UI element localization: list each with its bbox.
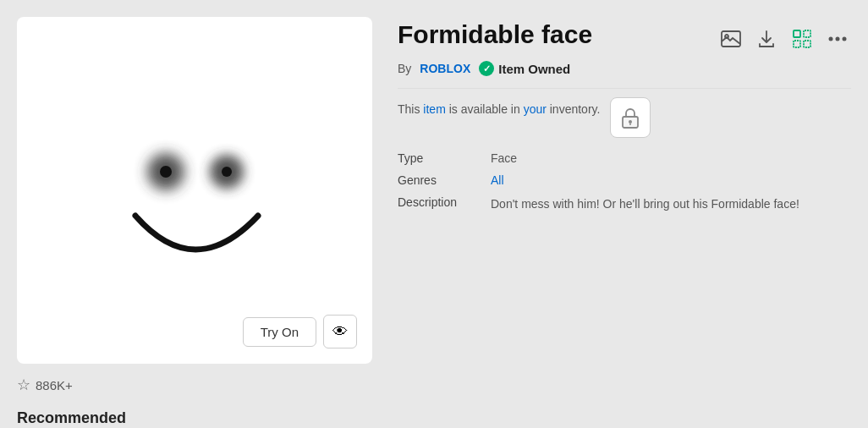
star-count: 886K+ [36,378,73,392]
more-icon-button[interactable] [824,25,851,52]
image-icon-button[interactable] [717,25,744,52]
creator-link[interactable]: ROBLOX [420,62,470,75]
svg-point-14 [629,120,632,123]
genres-value[interactable]: All [491,173,851,187]
download-icon [758,30,775,48]
svg-point-12 [843,37,847,41]
eye-icon: 👁 [332,323,348,341]
divider [398,88,851,89]
item-title: Formidable face [398,20,592,48]
customize-icon-button[interactable] [788,25,816,52]
item-header: Formidable face [398,20,851,52]
recommended-label: Recommended [17,409,372,427]
svg-rect-6 [794,30,800,37]
genres-label: Genres [398,173,491,187]
description-label: Description [398,195,491,213]
svg-point-11 [836,37,840,41]
try-on-button[interactable]: Try On [243,317,316,347]
customize-icon [793,30,811,48]
owned-check-icon: ✓ [479,61,494,76]
type-label: Type [398,151,491,165]
svg-rect-9 [804,41,810,47]
availability-text: This item is available in your inventory… [398,101,600,118]
download-icon-button[interactable] [753,25,780,52]
description-value: Don't mess with him! Or he'll bring out … [491,195,851,213]
item-highlight: item [423,102,445,116]
image-icon [721,30,741,47]
left-panel: Try On 👁 ☆ 886K+ Recommended [17,17,372,427]
svg-point-3 [222,167,232,177]
try-on-area: Try On 👁 [243,315,357,348]
by-label: By [398,62,411,75]
right-panel: Formidable face [398,17,851,427]
face-illustration [85,80,305,300]
svg-rect-7 [804,30,810,37]
svg-rect-8 [794,41,800,47]
more-icon [828,36,847,41]
svg-point-2 [160,166,172,178]
by-line: By ROBLOX ✓ Item Owned [398,61,851,76]
item-preview-box: Try On 👁 [17,17,372,364]
owned-badge: ✓ Item Owned [479,61,570,76]
lock-button[interactable] [610,97,651,138]
star-icon[interactable]: ☆ [17,376,30,394]
type-value: Face [491,151,851,165]
details-table: Type Face Genres All Description Don't m… [398,151,851,213]
item-stats: ☆ 886K+ [17,372,372,398]
lock-icon [621,107,640,129]
svg-point-10 [829,37,833,41]
owned-label: Item Owned [498,62,570,76]
header-icons [717,25,851,52]
eye-button[interactable]: 👁 [323,315,357,348]
your-highlight: your [524,102,547,116]
